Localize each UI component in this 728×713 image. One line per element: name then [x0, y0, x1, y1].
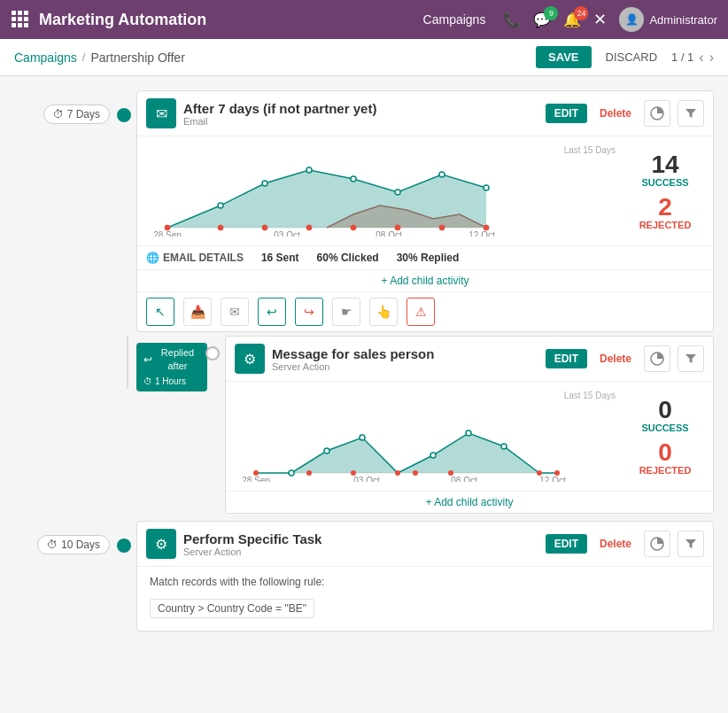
activity-icon[interactable]: 🔔 24 [563, 12, 581, 28]
activity2-edit-button[interactable]: EDIT [546, 349, 587, 368]
svg-rect-4 [18, 17, 22, 21]
svg-point-42 [501, 444, 507, 449]
svg-point-36 [289, 470, 294, 476]
pagination-text: 1 / 1 [671, 50, 693, 64]
reply-branch-vline [119, 336, 136, 389]
topnav-campaigns-link[interactable]: Campaigns [423, 12, 486, 27]
reply-badge-section: ↩ Replied after ⏱ 1 Hours [136, 336, 207, 391]
email-icon-small: 🌐 [146, 252, 159, 264]
svg-point-18 [395, 190, 400, 195]
activity2-card: ⚙ Message for sales person Server Action… [225, 336, 714, 514]
activity3-card-wrapper: ⚙ Perform Specific Task Server Action ED… [136, 521, 714, 632]
reply-arrow-icon: ↩ [143, 353, 152, 368]
filter-icon-3 [685, 538, 697, 550]
activity2-filter-button[interactable] [678, 345, 704, 372]
activity2-delete-button[interactable]: Delete [594, 349, 637, 368]
activity1-chart-button[interactable] [644, 100, 670, 127]
add-child-activity2[interactable]: + Add child activity [226, 491, 713, 513]
reply-left-activity-btn[interactable]: ↩ [258, 298, 286, 326]
svg-point-40 [430, 453, 436, 458]
activity3-chart-button[interactable] [644, 531, 670, 557]
reply-hours: ⏱ 1 Hours [143, 376, 200, 388]
activity1-subtitle: Email [183, 116, 538, 127]
svg-text:12 Oct: 12 Oct [469, 230, 495, 236]
activity3-dot [117, 539, 131, 553]
activity2-chart-label: Last 15 Days [238, 391, 616, 400]
activity1-stats: 14 SUCCESS 2 REJECTED [630, 145, 701, 236]
activity-badge: 24 [574, 6, 588, 20]
topnav-icons: 📞 💬 9 🔔 24 ✕ 👤 Administrator [503, 7, 717, 32]
activity1-days-badge: ⏱ 7 Days [43, 105, 110, 124]
svg-text:12 Oct: 12 Oct [539, 476, 566, 482]
save-button[interactable]: SAVE [536, 46, 591, 68]
svg-rect-5 [24, 17, 28, 21]
activity2-stats: 0 SUCCESS 0 REJECTED [630, 391, 701, 482]
activity2-rejected: 0 REJECTED [630, 440, 701, 476]
activity3-row: ⏱ 10 Days ⚙ Perform Specific Task Server… [14, 521, 714, 632]
reply-branch-row: ↩ Replied after ⏱ 1 Hours ⚙ [14, 336, 714, 514]
svg-point-41 [466, 430, 471, 436]
activity3-filter-button[interactable] [678, 531, 704, 557]
warning-activity-btn[interactable]: ⚠ [407, 298, 435, 326]
activity1-rejected-number: 2 REJECTED [630, 195, 701, 230]
activity3-card: ⚙ Perform Specific Task Server Action ED… [136, 521, 714, 632]
reply-badge: ↩ Replied after ⏱ 1 Hours [136, 343, 207, 391]
reply-return-activity-btn[interactable]: ↪ [295, 298, 323, 326]
clock-icon-small: ⏱ [143, 376, 152, 388]
user-avatar: 👤 [619, 7, 644, 32]
activity1-chart-label: Last 15 Days [150, 145, 616, 155]
reply-label: ↩ Replied after [143, 346, 200, 374]
reply-branch-content: ↩ Replied after ⏱ 1 Hours ⚙ [136, 336, 714, 514]
activity2-branch-dot-section [207, 336, 225, 360]
phone-icon[interactable]: 📞 [503, 12, 521, 28]
svg-rect-2 [24, 11, 28, 15]
breadcrumb-campaigns[interactable]: Campaigns [14, 50, 77, 65]
svg-point-45 [306, 470, 312, 476]
activity2-card-wrapper: ⚙ Message for sales person Server Action… [225, 336, 714, 514]
activity3-dot-section [119, 521, 136, 553]
prev-button[interactable]: ‹ [699, 50, 703, 66]
discard-button[interactable]: DISCARD [599, 46, 665, 68]
add-child-activity1[interactable]: + Add child activity [137, 269, 713, 291]
activity1-row: ⏱ 7 Days ✉ After 7 days (if not partner … [14, 90, 714, 332]
activity3-edit-button[interactable]: EDIT [546, 534, 587, 554]
activity3-left: ⏱ 10 Days [14, 521, 119, 554]
next-button[interactable]: › [709, 50, 714, 66]
activity1-title-block: After 7 days (if not partner yet) Email [183, 101, 538, 127]
activity1-filter-button[interactable] [678, 100, 704, 127]
pagination: 1 / 1 ‹ › [671, 50, 714, 66]
svg-rect-0 [12, 11, 16, 15]
chat-icon[interactable]: 💬 9 [533, 12, 551, 28]
activity3-delete-button[interactable]: Delete [594, 534, 637, 554]
envelope-activity-btn[interactable]: ✉ [221, 298, 249, 326]
svg-point-26 [439, 225, 445, 230]
user-menu[interactable]: 👤 Administrator [619, 7, 717, 32]
close-icon[interactable]: ✕ [593, 10, 607, 29]
hand-activity-btn[interactable]: ☛ [332, 298, 360, 326]
svg-point-19 [439, 172, 445, 177]
chat-badge: 9 [544, 6, 558, 20]
activity1-chart: Last 15 Days [150, 145, 616, 236]
inbox-activity-btn[interactable]: 📥 [183, 298, 212, 326]
activity1-delete-button[interactable]: Delete [594, 104, 637, 123]
activity1-dot [117, 108, 131, 122]
hand-point-activity-btn[interactable]: 👆 [369, 298, 398, 326]
breadcrumb: Campaigns / Partnership Offer [14, 50, 185, 65]
topnav: Marketing Automation Campaigns 📞 💬 9 🔔 2… [0, 0, 728, 39]
svg-text:28 Sep: 28 Sep [242, 476, 270, 482]
activity1-days-label: 7 Days [67, 108, 100, 120]
pie-chart-icon-2 [650, 352, 664, 366]
activity2-chart-button[interactable] [644, 345, 670, 372]
svg-rect-6 [12, 23, 16, 27]
svg-point-22 [262, 225, 267, 230]
svg-rect-3 [12, 17, 16, 21]
svg-point-16 [306, 167, 312, 173]
breadcrumb-current: Partnership Offer [90, 50, 184, 65]
pie-chart-icon [650, 106, 664, 120]
activity1-edit-button[interactable]: EDIT [546, 104, 587, 123]
cursor-activity-btn[interactable]: ↖ [146, 298, 174, 326]
activity3-days-label: 10 Days [61, 539, 100, 551]
grid-menu-icon[interactable] [11, 10, 28, 30]
svg-text:03 Oct: 03 Oct [274, 230, 300, 236]
filter-icon [685, 107, 697, 120]
